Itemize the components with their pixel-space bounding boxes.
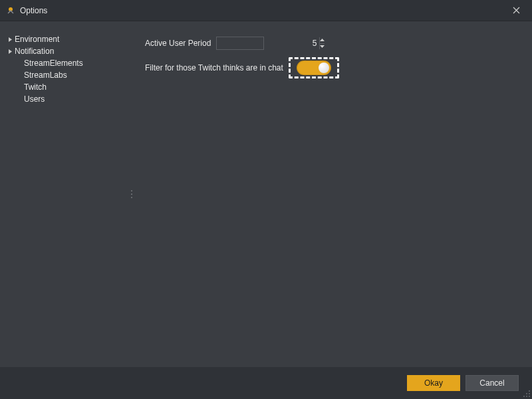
sidebar-item-label: StreamLabs [24, 70, 67, 80]
sidebar: Environment Notification StreamElements … [0, 21, 134, 367]
okay-button[interactable]: Okay [407, 375, 460, 391]
caret-right-icon [7, 48, 13, 55]
sidebar-item-twitch[interactable]: Twitch [15, 81, 132, 93]
filter-chat-label: Filter for those Twitch thinks are in ch… [145, 63, 283, 72]
active-user-period-input[interactable] [217, 37, 319, 49]
svg-point-1 [529, 390, 530, 392]
sidebar-item-label: Environment [15, 35, 59, 44]
sidebar-item-streamlabs[interactable]: StreamLabs [15, 69, 132, 81]
close-button[interactable] [504, 1, 528, 20]
spinner-down-icon[interactable] [320, 43, 325, 50]
spinner-up-icon[interactable] [320, 37, 325, 43]
svg-point-3 [529, 393, 530, 394]
sidebar-item-notification[interactable]: Notification [15, 45, 132, 57]
row-filter-chat: Filter for those Twitch thinks are in ch… [145, 57, 521, 78]
main: Environment Notification StreamElements … [0, 21, 532, 367]
sidebar-item-label: Users [24, 94, 45, 104]
sidebar-item-label: Twitch [24, 82, 47, 92]
caret-right-icon [7, 36, 13, 43]
sidebar-item-environment[interactable]: Environment [15, 33, 132, 45]
row-active-user-period: Active User Period [145, 36, 521, 51]
resize-grip-icon[interactable] [521, 388, 531, 398]
sidebar-item-users[interactable]: Users [15, 93, 132, 105]
filter-chat-toggle-highlight [289, 57, 339, 78]
svg-point-5 [526, 396, 527, 397]
sidebar-item-label: StreamElements [24, 59, 83, 68]
svg-point-4 [523, 396, 525, 397]
cancel-button[interactable]: Cancel [466, 375, 519, 391]
titlebar: Options [0, 0, 532, 21]
sidebar-item-label: Notification [15, 47, 54, 56]
app-icon [5, 5, 16, 16]
toggle-knob [319, 63, 329, 73]
content-panel: Active User Period Filter for those Twit… [134, 21, 532, 367]
footer: Okay Cancel [0, 367, 532, 399]
active-user-period-spinner[interactable] [216, 37, 264, 50]
svg-point-2 [526, 393, 527, 394]
sidebar-item-streamelements[interactable]: StreamElements [15, 57, 132, 69]
splitter-handle[interactable] [131, 190, 132, 198]
window-title: Options [20, 6, 47, 15]
svg-point-6 [529, 396, 530, 397]
active-user-period-label: Active User Period [145, 39, 211, 48]
filter-chat-toggle[interactable] [297, 61, 331, 75]
